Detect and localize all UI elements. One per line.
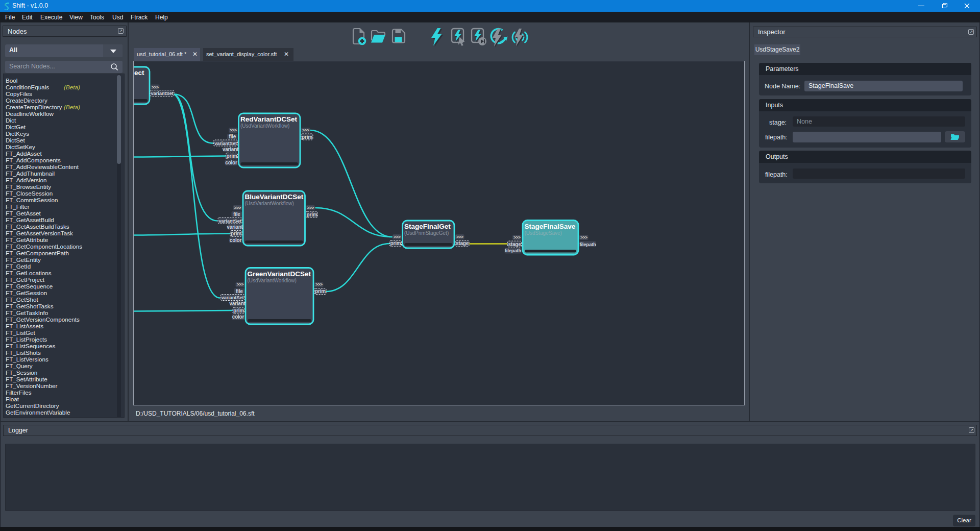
- svg-text:file: file: [236, 288, 243, 294]
- svg-text:prim: prim: [227, 153, 237, 159]
- svg-text:variantSet: variantSet: [222, 295, 244, 300]
- svg-text:>>>: >>>: [230, 128, 237, 133]
- svg-text:(UsdVariantWorkflow): (UsdVariantWorkflow): [240, 123, 289, 129]
- svg-text:filepath: filepath: [505, 248, 522, 253]
- svg-text:variant: variant: [223, 147, 239, 152]
- svg-text:>>>: >>>: [456, 234, 463, 239]
- svg-text:(UsdVariantWorkflow): (UsdVariantWorkflow): [245, 201, 294, 206]
- svg-text:>>>: >>>: [307, 205, 314, 210]
- svg-text:>>>: >>>: [152, 85, 159, 90]
- svg-text:ect: ect: [134, 69, 144, 77]
- svg-text:BlueVariantDCSet: BlueVariantDCSet: [245, 193, 304, 201]
- svg-text:>>>: >>>: [302, 128, 309, 133]
- svg-text:variantSet: variantSet: [151, 90, 174, 96]
- svg-text:variantSet: variantSet: [219, 218, 242, 224]
- svg-text:variant: variant: [229, 301, 246, 306]
- svg-text:prim: prim: [302, 134, 312, 140]
- svg-text:>>>: >>>: [234, 205, 241, 210]
- svg-text:prim: prim: [390, 240, 401, 246]
- svg-text:StageFinalSave: StageFinalSave: [525, 223, 576, 230]
- svg-text:prim: prim: [315, 288, 326, 294]
- svg-text:file: file: [229, 134, 236, 139]
- svg-text:color: color: [230, 237, 242, 243]
- svg-text:stage: stage: [456, 240, 469, 246]
- svg-text:prim: prim: [233, 308, 244, 313]
- svg-text:color: color: [225, 160, 237, 165]
- svg-text:variant: variant: [227, 224, 243, 230]
- svg-text:StageFinalGet: StageFinalGet: [404, 223, 451, 230]
- svg-text:file: file: [233, 211, 240, 217]
- svg-text:>>>: >>>: [580, 235, 587, 240]
- svg-text:color: color: [232, 314, 244, 320]
- svg-text:(UsdVariantWorkflow): (UsdVariantWorkflow): [248, 278, 297, 283]
- svg-text:filepath: filepath: [579, 242, 596, 247]
- svg-text:variantSet: variantSet: [214, 140, 237, 146]
- svg-text:GreenVariantDCSet: GreenVariantDCSet: [248, 270, 311, 278]
- svg-text:>>>: >>>: [236, 282, 243, 287]
- svg-text:(UsdStageSave): (UsdStageSave): [525, 230, 562, 236]
- svg-text:RedVariantDCSet: RedVariantDCSet: [240, 115, 298, 123]
- svg-text:prim: prim: [231, 231, 241, 236]
- svg-text:>>>: >>>: [513, 235, 521, 240]
- svg-text:>>>: >>>: [394, 234, 401, 239]
- svg-text:>>>: >>>: [315, 282, 323, 287]
- svg-text:stage: stage: [508, 242, 521, 247]
- svg-text:(UsdPrimStageGet): (UsdPrimStageGet): [404, 230, 449, 236]
- svg-text:prim: prim: [307, 212, 317, 218]
